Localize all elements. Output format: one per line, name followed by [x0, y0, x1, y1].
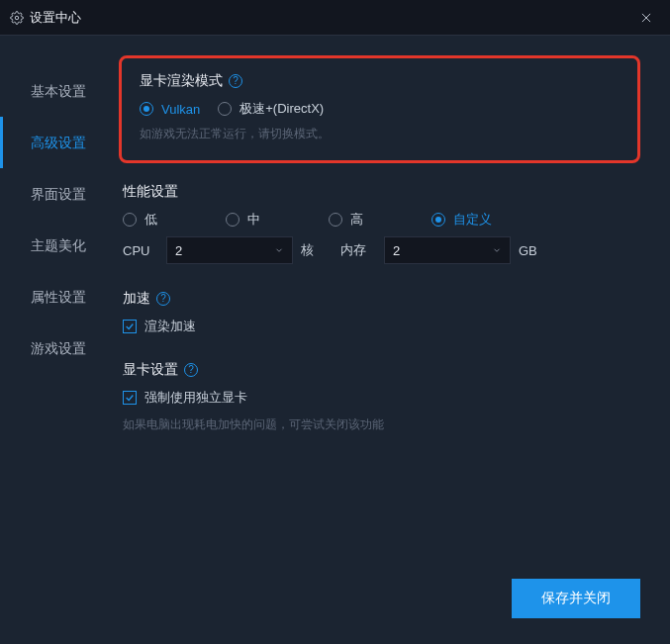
caret-down-icon — [274, 243, 284, 258]
gpu-title: 显卡设置 — [123, 361, 178, 379]
radio-label: Vulkan — [161, 102, 200, 117]
mem-value: 2 — [393, 243, 400, 258]
radio-label: 中 — [247, 211, 260, 229]
radio-icon — [329, 213, 342, 227]
gpu-title-row: 显卡设置 ? — [123, 361, 640, 379]
close-button[interactable] — [632, 4, 660, 32]
radio-icon — [218, 102, 232, 116]
radio-label: 自定义 — [453, 211, 492, 229]
cpu-select[interactable]: 2 — [166, 236, 293, 264]
accel-title: 加速 — [123, 290, 150, 308]
render-mode-section: 显卡渲染模式 ? Vulkan 极速+(DirectX) 如游戏无法正常运行，请… — [119, 55, 640, 163]
help-icon[interactable]: ? — [156, 292, 170, 306]
sidebar-item-basic[interactable]: 基本设置 — [0, 65, 119, 117]
help-icon[interactable]: ? — [229, 74, 242, 88]
gpu-hint: 如果电脑出现耗电加快的问题，可尝试关闭该功能 — [123, 416, 640, 433]
performance-options: 低 中 高 自定义 — [123, 211, 640, 229]
accel-title-row: 加速 ? — [123, 290, 640, 308]
radio-directx[interactable]: 极速+(DirectX) — [218, 100, 324, 118]
radio-perf-low[interactable]: 低 — [123, 211, 226, 229]
sidebar-item-properties[interactable]: 属性设置 — [0, 271, 119, 322]
checkbox-label: 强制使用独立显卡 — [144, 389, 247, 407]
render-mode-options: Vulkan 极速+(DirectX) — [140, 100, 620, 118]
save-close-label: 保存并关闭 — [541, 590, 611, 607]
performance-section: 性能设置 低 中 高 自定义 — [119, 183, 640, 264]
radio-icon — [123, 213, 137, 227]
performance-title-row: 性能设置 — [123, 183, 640, 201]
mem-label: 内存 — [340, 241, 376, 259]
checkbox-icon — [123, 391, 137, 405]
accel-section: 加速 ? 渲染加速 — [119, 290, 640, 335]
cpu-label: CPU — [123, 243, 158, 258]
radio-perf-mid[interactable]: 中 — [226, 211, 329, 229]
svg-point-0 — [15, 16, 19, 20]
render-mode-title-row: 显卡渲染模式 ? — [140, 72, 620, 90]
sidebar-item-label: 属性设置 — [31, 289, 86, 305]
radio-perf-custom[interactable]: 自定义 — [431, 211, 534, 229]
sidebar-item-label: 界面设置 — [31, 186, 86, 202]
checkbox-icon — [123, 320, 137, 333]
main-panel: 显卡渲染模式 ? Vulkan 极速+(DirectX) 如游戏无法正常运行，请… — [119, 36, 670, 644]
radio-icon — [140, 102, 153, 116]
sidebar: 基本设置 高级设置 界面设置 主题美化 属性设置 游戏设置 — [0, 36, 119, 644]
caret-down-icon — [492, 243, 502, 258]
checkbox-label: 渲染加速 — [144, 318, 196, 335]
radio-label: 极速+(DirectX) — [239, 100, 324, 118]
performance-title: 性能设置 — [123, 183, 178, 201]
sidebar-item-advanced[interactable]: 高级设置 — [0, 117, 119, 168]
window-title: 设置中心 — [30, 9, 81, 27]
radio-perf-high[interactable]: 高 — [329, 211, 431, 229]
render-mode-title: 显卡渲染模式 — [140, 72, 223, 90]
render-mode-hint: 如游戏无法正常运行，请切换模式。 — [140, 126, 620, 142]
cpu-value: 2 — [175, 243, 182, 258]
gpu-checkbox[interactable]: 强制使用独立显卡 — [123, 389, 247, 407]
help-icon[interactable]: ? — [184, 363, 198, 377]
gpu-section: 显卡设置 ? 强制使用独立显卡 如果电脑出现耗电加快的问题，可尝试关闭该功能 — [119, 361, 640, 433]
radio-icon — [431, 213, 445, 227]
gear-icon — [10, 11, 24, 25]
mem-select[interactable]: 2 — [384, 236, 511, 264]
radio-label: 低 — [144, 211, 157, 229]
sidebar-item-theme[interactable]: 主题美化 — [0, 220, 119, 271]
titlebar: 设置中心 — [0, 0, 670, 36]
save-close-button[interactable]: 保存并关闭 — [512, 579, 640, 618]
sidebar-item-label: 主题美化 — [31, 237, 86, 253]
radio-icon — [226, 213, 239, 227]
mem-unit: GB — [519, 243, 540, 258]
cpu-unit: 核 — [301, 241, 323, 259]
sidebar-item-ui[interactable]: 界面设置 — [0, 168, 119, 220]
sidebar-item-label: 游戏设置 — [31, 340, 86, 356]
sidebar-item-label: 高级设置 — [31, 135, 86, 150]
radio-vulkan[interactable]: Vulkan — [140, 102, 200, 117]
resource-row: CPU 2 核 内存 2 GB — [123, 236, 640, 264]
sidebar-item-game[interactable]: 游戏设置 — [0, 322, 119, 374]
sidebar-item-label: 基本设置 — [31, 83, 86, 99]
accel-checkbox[interactable]: 渲染加速 — [123, 318, 196, 335]
radio-label: 高 — [350, 211, 363, 229]
